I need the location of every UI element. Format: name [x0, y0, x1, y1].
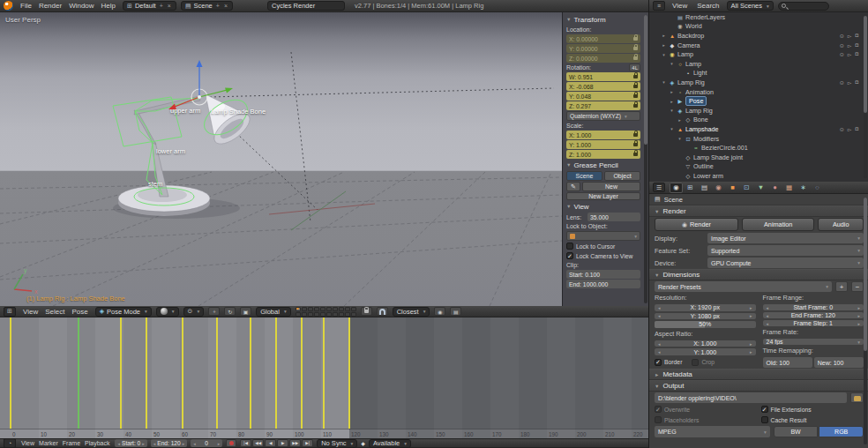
keyframe-marker[interactable] — [182, 317, 183, 429]
folder-browse-icon[interactable] — [850, 392, 864, 403]
layer-toggle[interactable] — [308, 312, 313, 317]
selectability-toggle-icon[interactable]: ▻ — [848, 126, 852, 132]
menu-item[interactable]: Window — [66, 2, 96, 10]
outliner-row[interactable]: ▾◈Lamp Rig — [649, 106, 868, 116]
outliner-row[interactable]: ▸◆Camera⊙▻◘ — [649, 41, 868, 50]
feature-set-select[interactable]: Supported▾ — [707, 245, 864, 256]
rotation-order-select[interactable]: Quaternion (WXYZ)▾ — [566, 111, 640, 121]
timeline-editor-icon[interactable]: ◔ — [4, 438, 16, 448]
timeline-area[interactable]: 0102030405060708090100110120130140150160… — [0, 317, 648, 438]
outliner-row[interactable]: ◇Lamp Shade joint — [649, 153, 868, 162]
layer-toggle[interactable] — [320, 307, 326, 311]
outliner-row[interactable]: ▸◇Bone — [649, 116, 868, 125]
layer-toggle[interactable] — [320, 312, 326, 317]
manipulator-scale-icon[interactable]: ▣ — [240, 307, 251, 316]
outliner-menu-view[interactable]: View — [670, 2, 690, 10]
snap-target-select[interactable]: Closest▾ — [393, 307, 430, 317]
add-scene-button[interactable]: + — [215, 3, 221, 9]
layer-toggle[interactable] — [345, 312, 350, 317]
keyframe-marker[interactable] — [216, 317, 218, 429]
panel-header-metadata[interactable]: ►Metadata — [649, 369, 868, 380]
remove-preset-button[interactable]: − — [851, 281, 864, 292]
tab-scene-icon[interactable]: ▤ — [698, 183, 711, 193]
outliner-scope-select[interactable]: All Scenes▾ — [727, 1, 774, 11]
lock-icon[interactable] — [633, 153, 638, 156]
checkbox-cache-result[interactable]: Cache Result — [761, 415, 864, 424]
outliner-row[interactable]: ◉World — [649, 22, 868, 32]
expand-toggle-icon[interactable]: ▾ — [677, 136, 683, 141]
layer-toggle[interactable] — [351, 312, 356, 317]
scene-selector[interactable]: ▤ Scene + × — [181, 1, 233, 11]
menu-item[interactable]: File — [18, 2, 34, 10]
rotation-field[interactable]: W: 0.951 — [566, 72, 640, 81]
tab-data-icon[interactable]: ▼ — [754, 183, 767, 193]
remap-new-field[interactable]: New: 100 — [814, 357, 864, 368]
tab-material-icon[interactable]: ● — [768, 183, 782, 193]
checkbox-box[interactable] — [692, 359, 699, 366]
layer-toggle[interactable] — [339, 307, 344, 311]
gp-new-layer-button[interactable]: New Layer — [566, 192, 640, 200]
layer-toggle[interactable] — [333, 307, 338, 311]
panel-header-render[interactable]: ▼Render — [649, 205, 868, 217]
checkbox-box[interactable] — [761, 416, 768, 423]
selectability-toggle-icon[interactable]: ▻ — [848, 51, 852, 57]
remap-old-field[interactable]: Old: 100 — [763, 357, 812, 368]
outliner-row[interactable]: ▸▶Pose — [649, 96, 868, 106]
visibility-toggle-icon[interactable]: ⊙ — [840, 79, 844, 86]
checkbox-box[interactable] — [655, 406, 662, 413]
tab-render-icon[interactable]: ◉ — [670, 183, 683, 193]
delete-scene-button[interactable]: × — [223, 3, 228, 9]
location-field[interactable]: Z: 0.00000 — [566, 54, 640, 63]
tab-world-icon[interactable]: ◉ — [712, 183, 725, 193]
color-mode-bw-button[interactable]: BW — [774, 426, 819, 437]
keyframe-marker[interactable] — [323, 317, 325, 429]
render-toggle-icon[interactable]: ◘ — [855, 42, 858, 49]
selectability-toggle-icon[interactable]: ▻ — [848, 79, 852, 86]
expand-toggle-icon[interactable]: ▾ — [661, 52, 667, 57]
keyframe-marker[interactable] — [301, 317, 303, 429]
keyframe-marker[interactable] — [348, 317, 350, 429]
lock-icon[interactable] — [633, 85, 638, 88]
layer-toggle[interactable] — [326, 307, 332, 311]
keyframe-marker[interactable] — [146, 317, 147, 429]
delete-layout-button[interactable]: × — [167, 3, 172, 9]
gp-object-button[interactable]: Object — [604, 171, 640, 181]
expand-toggle-icon[interactable]: ▾ — [661, 79, 667, 85]
lock-icon[interactable] — [633, 75, 638, 78]
viewport-shading-select[interactable]: ▾ — [156, 307, 179, 317]
layer-toggle[interactable] — [308, 307, 313, 311]
scale-field[interactable]: X: 1.000 — [566, 131, 640, 139]
transport-button[interactable]: ◀◀ — [252, 439, 264, 447]
frame-end-field[interactable]: ◂End: 120▸ — [151, 439, 187, 447]
layer-toggle[interactable] — [333, 312, 338, 317]
lock-icon[interactable] — [633, 47, 638, 50]
outliner-row[interactable]: ▾◉Lamp⊙▻◘ — [649, 49, 868, 59]
clip-end-field[interactable]: End: 1000.000 — [566, 280, 640, 288]
expand-toggle-icon[interactable]: ▸ — [661, 33, 667, 38]
output-path-field[interactable]: D:\blender opplering\VIDEO\ — [655, 392, 847, 403]
frame-step-field[interactable]: ◂Frame Step: 1▸ — [763, 320, 864, 326]
outliner-row[interactable]: ▾○Lamp — [649, 59, 868, 69]
outliner-row[interactable]: ▸◦Animation — [649, 87, 868, 97]
resolution-y-field[interactable]: ◂Y: 1080 px▸ — [655, 313, 756, 320]
expand-toggle-icon[interactable]: ▾ — [669, 108, 675, 113]
npanel-scrollbar[interactable] — [644, 15, 647, 303]
transform-orientation-select[interactable]: Global▾ — [256, 307, 290, 317]
file-format-select[interactable]: MPEG▾ — [655, 426, 770, 437]
outliner-row[interactable]: •Light — [649, 69, 868, 78]
rotation-field[interactable]: X: -0.068 — [566, 82, 640, 91]
mode-select[interactable]: ◈ Pose Mode▾ — [95, 307, 152, 317]
screen-layout-selector[interactable]: ⊞ Default + × — [123, 1, 176, 11]
opengl-render-anim-button[interactable]: ▤ — [450, 307, 461, 316]
aspect-x-field[interactable]: ◂X: 1.000▸ — [655, 340, 756, 347]
tab-physics-icon[interactable]: ◌ — [811, 183, 824, 193]
checkbox-box[interactable] — [761, 406, 768, 413]
outliner-row[interactable]: ▤RenderLayers — [649, 12, 868, 22]
frame-start-field[interactable]: ◂Start: 0▸ — [115, 439, 146, 447]
menu-item[interactable]: View — [20, 308, 41, 316]
lock-icon[interactable] — [633, 104, 638, 108]
add-preset-button[interactable]: + — [835, 281, 848, 292]
layer-toggle[interactable] — [302, 312, 307, 317]
rotation-field[interactable]: Y: 0.048 — [566, 92, 640, 101]
lens-field[interactable]: 35.000 — [587, 213, 640, 221]
